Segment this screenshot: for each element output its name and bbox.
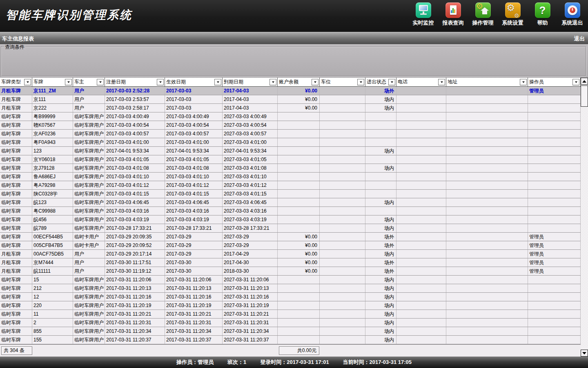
table-row[interactable]: 临时车牌粤C99988临时车牌用户2017-03-03 4:03:162017-…: [0, 207, 581, 215]
toolbar-item-label: 报表查询: [443, 19, 464, 27]
table-cell: 00ACF75DB5: [32, 250, 73, 258]
table-cell: [396, 241, 446, 249]
table-row[interactable]: 临时车牌005CFB47B5临时卡用户2017-03-29 20:09:5220…: [0, 241, 581, 250]
table-row[interactable]: 临时车牌赣K07567临时车牌用户2017-03-03 4:00:542017-…: [0, 121, 581, 130]
table-cell: 场外: [365, 258, 396, 267]
table-row[interactable]: 临时车牌212临时车牌用户2017-03-31 11:20:132017-03-…: [0, 284, 581, 293]
table-cell: ¥0.00: [278, 87, 320, 95]
table-row[interactable]: 临时车牌855临时车牌用户2017-03-31 11:20:342017-03-…: [0, 327, 581, 336]
column-header-2: 车牌: [32, 78, 73, 87]
column-header-label: 车牌: [33, 79, 43, 85]
table-cell: 2027-03-03 4:01:08: [223, 164, 278, 172]
table-cell: [446, 87, 528, 95]
toolbar-item-3[interactable]: ⚙操作管理: [468, 2, 498, 27]
table-row[interactable]: 临时车牌京J79128临时车牌用户2017-03-03 4:01:082017-…: [0, 164, 581, 173]
table-cell: [320, 207, 365, 215]
toolbar-item-2[interactable]: 报表查询: [438, 2, 468, 27]
table-cell: 临时车牌: [0, 121, 32, 129]
table-row[interactable]: 临时车牌皖123临时车牌用户2017-03-03 4:06:452017-03-…: [0, 198, 581, 207]
table-cell: 月租车牌: [0, 87, 32, 95]
table-cell: [278, 112, 320, 121]
table-cell: 京Y06018: [32, 155, 73, 164]
filter-dropdown-icon[interactable]: [270, 79, 276, 85]
filter-dropdown-icon[interactable]: [357, 79, 364, 85]
toolbar-item-1[interactable]: 实时监控: [408, 2, 438, 27]
table-cell: 临时车牌: [0, 155, 32, 164]
filter-dropdown-icon[interactable]: [157, 79, 164, 85]
table-row[interactable]: 月租车牌京111用户2017-03-03 2:53:572017-03-0320…: [0, 95, 581, 104]
table-row[interactable]: 临时车牌陕C0328学临时车牌用户2017-03-03 4:01:152017-…: [0, 190, 581, 198]
table-cell: [396, 147, 446, 155]
table-row[interactable]: 临时车牌00ECF544B5临时卡用户2017-03-29 20:09:3520…: [0, 233, 581, 241]
table-row[interactable]: 临时车牌粤A79298临时车牌用户2017-03-03 4:01:122017-…: [0, 181, 581, 190]
table-cell: 2017-03-28 17:33:21: [165, 224, 223, 232]
table-cell: 月租车牌: [0, 250, 32, 258]
table-cell: [278, 138, 320, 146]
table-row[interactable]: 临时车牌京Y06018临时车牌用户2017-03-03 4:01:052017-…: [0, 155, 581, 164]
table-row[interactable]: 临时车牌皖456临时车牌用户2017-03-03 4:03:192017-03-…: [0, 215, 581, 224]
filter-dropdown-icon[interactable]: [388, 79, 395, 85]
table-row[interactable]: 月租车牌京M7444用户2017-03-30 11:17:512017-03-3…: [0, 258, 581, 267]
scroll-up-icon[interactable]: [581, 78, 588, 85]
table-cell: 临时车牌用户: [73, 336, 105, 344]
filter-dropdown-icon[interactable]: [520, 79, 527, 85]
table-cell: 2027-03-03 4:01:05: [223, 155, 278, 164]
table-cell: 2027-03-28 17:33:21: [223, 224, 278, 232]
table-cell: [320, 327, 365, 335]
table-row[interactable]: 临时车牌鲁A686EJ临时车牌用户2017-03-03 4:01:102017-…: [0, 173, 581, 181]
table-cell: [320, 241, 365, 249]
table-cell: 场内: [365, 95, 396, 103]
filter-dropdown-icon[interactable]: [65, 79, 72, 85]
table-row[interactable]: 临时车牌皖789临时车牌用户2017-03-28 17:33:212017-03…: [0, 224, 581, 233]
exit-link[interactable]: 退出: [574, 35, 585, 43]
table-cell: [446, 190, 528, 198]
table-cell: 临时车牌用户: [73, 155, 105, 164]
toolbar-item-4[interactable]: ⚙⚙系统设置: [498, 2, 528, 27]
table-cell: 2027-03-03 4:00:49: [223, 112, 278, 121]
table-cell: 场内: [365, 164, 396, 172]
table-cell: 临时车牌: [0, 284, 32, 292]
table-cell: [278, 181, 320, 189]
table-row[interactable]: 临时车牌12临时车牌用户2017-03-31 11:20:162017-03-3…: [0, 293, 581, 301]
filter-dropdown-icon[interactable]: [24, 79, 31, 85]
filter-dropdown-icon[interactable]: [312, 79, 318, 85]
table-row[interactable]: 临时车牌京AF0236临时车牌用户2017-03-03 4:00:572017-…: [0, 130, 581, 138]
table-cell: [396, 181, 446, 189]
table-row[interactable]: 临时车牌123临时车牌用户2017-04-01 9:53:342017-04-0…: [0, 147, 581, 155]
scrollbar-thumb[interactable]: [581, 85, 588, 107]
table-cell: ¥0.00: [278, 104, 320, 112]
scroll-down-icon[interactable]: [581, 350, 588, 357]
table-row[interactable]: 临时车牌粤B99999临时车牌用户2017-03-03 4:00:492017-…: [0, 112, 581, 121]
table-row[interactable]: 临时车牌粤F0A943临时车牌用户2017-03-03 4:01:002017-…: [0, 138, 581, 147]
vertical-scrollbar[interactable]: [581, 78, 588, 357]
column-header-4: 注册日期: [105, 78, 165, 87]
filter-dropdown-icon[interactable]: [214, 79, 221, 85]
filter-dropdown-icon[interactable]: [438, 79, 445, 85]
table-row[interactable]: 临时车牌2临时车牌用户2017-03-31 11:20:312017-03-31…: [0, 319, 581, 327]
main-toolbar: 实时监控报表查询⚙操作管理⚙⚙系统设置?帮助系统退出: [408, 2, 587, 27]
table-cell: [320, 164, 365, 172]
table-row[interactable]: 月租车牌京222用户2017-03-03 2:58:172017-03-0320…: [0, 104, 581, 112]
table-cell: 123: [32, 147, 73, 155]
table-cell: [365, 207, 396, 215]
column-header-10: 电话: [396, 78, 446, 87]
table-cell: 2017-03-03 4:00:54: [165, 121, 223, 129]
table-cell: 2017-04-29: [223, 250, 278, 258]
table-row[interactable]: 临时车牌15临时车牌用户2017-03-31 11:20:062017-03-3…: [0, 276, 581, 284]
filter-dropdown-icon[interactable]: [97, 79, 104, 85]
table-cell: [320, 276, 365, 284]
toolbar-item-6[interactable]: 系统退出: [557, 2, 587, 27]
table-row[interactable]: 临时车牌155临时车牌用户2017-03-31 11:20:372017-03-…: [0, 336, 581, 344]
table-cell: [320, 198, 365, 206]
filter-dropdown-icon[interactable]: [572, 79, 579, 85]
table-cell: 临时车牌用户: [73, 319, 105, 327]
table-cell: [278, 319, 320, 327]
table-row-selected[interactable]: 月租车牌京111_ZM用户2017-03-03 2:52:282017-03-0…: [0, 87, 581, 95]
column-header-3: 车主: [73, 78, 105, 87]
table-row[interactable]: 临时车牌11临时车牌用户2017-03-31 11:20:212017-03-3…: [0, 310, 581, 319]
status-current-time: 当前时间：2017-03-31 17:05: [343, 359, 412, 366]
toolbar-item-5[interactable]: ?帮助: [528, 2, 557, 27]
table-row[interactable]: 月租车牌00ACF75DB5用户2017-03-29 20:17:142017-…: [0, 250, 581, 258]
table-row[interactable]: 月租车牌皖11111用户2017-03-30 11:19:122017-03-3…: [0, 267, 581, 276]
table-row[interactable]: 临时车牌220临时车牌用户2017-03-31 11:20:192017-03-…: [0, 301, 581, 310]
